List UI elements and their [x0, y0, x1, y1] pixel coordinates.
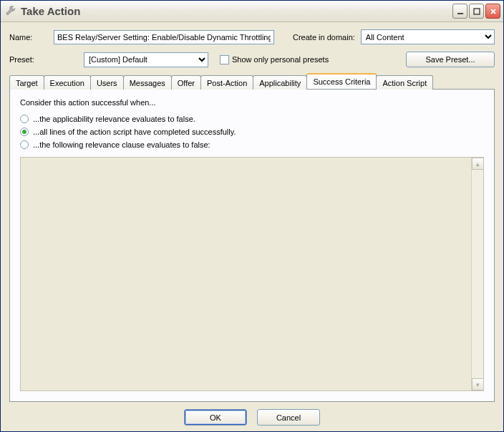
tab-label: Success Criteria	[313, 77, 370, 86]
radio-label: ...the applicability relevance evaluates…	[33, 115, 195, 123]
preset-row: Preset: [Custom] Default Show only perso…	[9, 52, 495, 67]
radio-label: ...all lines of the action script have c…	[33, 128, 236, 136]
preset-select[interactable]: [Custom] Default	[84, 52, 208, 67]
relevance-textarea[interactable]: ▴ ▾	[20, 157, 484, 391]
success-criteria-panel: Consider this action successful when... …	[9, 89, 495, 402]
svg-rect-1	[474, 9, 480, 14]
tab-label: Offer	[178, 79, 195, 87]
ok-button[interactable]: OK	[184, 409, 247, 426]
tab-users[interactable]: Users	[90, 75, 124, 90]
domain-label: Create in domain:	[293, 33, 355, 42]
scrollbar[interactable]: ▴ ▾	[471, 158, 483, 390]
textarea-content	[21, 158, 471, 390]
tab-success-criteria[interactable]: Success Criteria	[306, 73, 377, 89]
radio-label: ...the following relevance clause evalua…	[33, 140, 210, 149]
tab-label: Post-Action	[207, 79, 247, 87]
domain-select[interactable]: All Content	[361, 29, 495, 44]
scroll-down-icon[interactable]: ▾	[472, 378, 484, 390]
tab-execution[interactable]: Execution	[44, 75, 91, 90]
scroll-up-icon[interactable]: ▴	[472, 158, 484, 170]
radio-icon	[20, 115, 29, 123]
show-personal-presets-checkbox[interactable]: Show only personal presets	[220, 55, 329, 64]
tab-label: Execution	[50, 79, 84, 87]
tab-label: Action Script	[382, 79, 427, 87]
radio-applicability-false[interactable]: ...the applicability relevance evaluates…	[20, 115, 484, 123]
checkbox-icon	[220, 55, 229, 64]
name-label: Name:	[9, 33, 54, 42]
wrench-icon	[5, 6, 16, 17]
tab-post-action[interactable]: Post-Action	[200, 75, 253, 90]
tab-offer[interactable]: Offer	[171, 75, 201, 90]
tab-label: Target	[16, 79, 38, 87]
tab-action-script[interactable]: Action Script	[376, 75, 433, 90]
window-buttons	[452, 4, 500, 19]
show-personal-label: Show only personal presets	[232, 55, 329, 64]
tab-applicability[interactable]: Applicability	[253, 75, 307, 90]
save-preset-button[interactable]: Save Preset...	[406, 52, 495, 67]
minimize-button[interactable]	[452, 4, 467, 19]
name-row: Name: Create in domain: All Content	[9, 29, 495, 44]
preset-label: Preset:	[9, 55, 84, 64]
take-action-dialog: Take Action Name: Create in domain: All …	[0, 0, 504, 432]
radio-icon	[20, 140, 29, 149]
radio-icon	[20, 128, 29, 136]
radio-all-lines-completed[interactable]: ...all lines of the action script have c…	[20, 128, 484, 136]
tab-label: Applicability	[259, 79, 301, 87]
tab-label: Messages	[130, 79, 165, 87]
maximize-button[interactable]	[469, 4, 484, 19]
window-title: Take Action	[21, 5, 452, 17]
tab-strip: Target Execution Users Messages Offer Po…	[9, 73, 495, 89]
titlebar: Take Action	[1, 1, 503, 22]
tab-messages[interactable]: Messages	[123, 75, 172, 90]
svg-rect-0	[457, 13, 463, 14]
tab-target[interactable]: Target	[9, 75, 44, 90]
close-button[interactable]	[485, 4, 500, 19]
dialog-content: Name: Create in domain: All Content Pres…	[1, 22, 503, 431]
radio-relevance-clause-false[interactable]: ...the following relevance clause evalua…	[20, 140, 484, 149]
dialog-footer: OK Cancel	[9, 402, 495, 427]
name-field[interactable]	[54, 30, 274, 44]
tab-label: Users	[97, 79, 117, 87]
success-heading: Consider this action successful when...	[20, 98, 484, 107]
cancel-button[interactable]: Cancel	[257, 409, 320, 426]
